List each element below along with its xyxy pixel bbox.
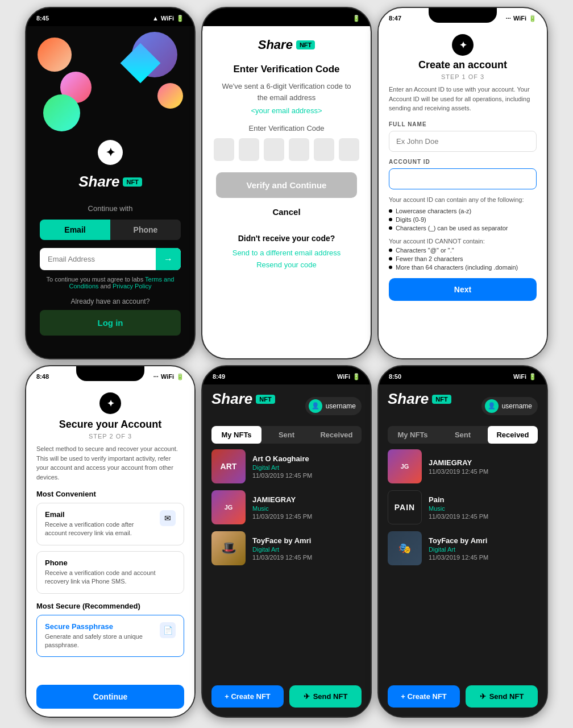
deco-hexagon [43, 94, 80, 131]
create-desc: Enter an Account ID to use with your acc… [389, 85, 537, 113]
auth-tab-row: Email Phone [40, 220, 181, 240]
phone1-content: ✦ Share NFT Continue with Email Phone → [26, 26, 194, 358]
login-button[interactable]: Log in [40, 310, 181, 336]
rules-intro: Your account ID can contain any of the f… [389, 196, 537, 203]
email-input[interactable] [40, 248, 156, 270]
time-2: 8:46 [213, 15, 225, 22]
nft-item-1[interactable]: JG JAMIEGRAY Music 11/03/2019 12:45 PM [211, 490, 362, 524]
code-label: Enter Verification Code [249, 124, 325, 133]
tab-received-6[interactable]: Received [488, 426, 538, 444]
option-phone[interactable]: Phone Receive a verification code and ac… [36, 551, 184, 594]
create-nft-button-6[interactable]: + Create NFT [388, 685, 460, 708]
secure-step: STEP 2 OF 3 [36, 433, 184, 440]
send-nft-button-6[interactable]: ✈ Send NFT [466, 685, 538, 708]
option-email[interactable]: Email Receive a verification code after … [36, 503, 184, 545]
step-indicator: STEP 1 OF 3 [389, 73, 537, 80]
nft-item-r0[interactable]: JG JAMIEGRAY 11/03/2019 12:45 PM [388, 449, 538, 483]
nft-bubbles [26, 26, 194, 163]
email-submit-arrow[interactable]: → [156, 248, 181, 270]
verify-title: Enter Verification Code [233, 64, 339, 75]
code-box-6[interactable] [339, 138, 359, 161]
deco-circle-1 [38, 38, 72, 72]
code-box-2[interactable] [239, 138, 259, 161]
nft-thumb-0: ART [211, 449, 246, 483]
option-email-text: Email Receive a verification code after … [45, 510, 154, 538]
nft-info-1: JAMIEGRAY Music 11/03/2019 12:45 PM [252, 495, 312, 520]
nft-tabs-6: My NFTs Sent Received [388, 426, 538, 444]
status-icons-5: WiFi 🔋 [337, 373, 360, 380]
verify-share-text: Share [258, 38, 293, 52]
status-icons-2: ··· WiFi 🔋 [330, 15, 360, 22]
tab-phone[interactable]: Phone [110, 220, 181, 240]
nft-list-5: ART Art O Kaoghaire Digital Art 11/03/20… [202, 449, 371, 680]
privacy-link[interactable]: Privacy Policy [113, 283, 151, 289]
phone3-logo-icon: ✦ [452, 34, 474, 56]
time-5: 8:49 [213, 373, 225, 380]
tab-my-nfts-6[interactable]: My NFTs [388, 426, 438, 444]
verify-email: <your email address> [251, 106, 322, 115]
cancel-button[interactable]: Cancel [272, 207, 300, 217]
secure-account-screen: ✦ Secure your Account STEP 2 OF 3 Select… [26, 384, 194, 717]
nft-item-2[interactable]: 🎩 ToyFace by Amri Digital Art 11/03/2019… [211, 531, 362, 565]
rules-cannot-title: Your account ID CANNOT contain: [389, 238, 537, 245]
phone-verify: 8:46 ··· WiFi 🔋 Share NFT Enter Verifica… [201, 7, 372, 359]
create-nft-button-5[interactable]: + Create NFT [211, 685, 284, 708]
nft-item-r2[interactable]: 🎭 ToyFace by Amri Digital Art 11/03/2019… [388, 531, 538, 565]
next-button[interactable]: Next [389, 278, 537, 301]
tab-sent-6[interactable]: Sent [438, 426, 488, 444]
nft-badge: NFT [123, 177, 142, 187]
tab-received-5[interactable]: Received [312, 426, 362, 444]
send-nft-button-5[interactable]: ✈ Send NFT [289, 685, 362, 708]
username-5: username [326, 402, 356, 410]
terms-text: To continue you must agree to labs Terms… [40, 276, 181, 289]
phone-secure-account: 8:48 ··· WiFi 🔋 ✦ Secure your Account ST… [25, 365, 196, 718]
phone4-content: ✦ Secure your Account STEP 2 OF 3 Select… [26, 384, 194, 717]
phone-notch-4 [76, 366, 144, 381]
rule-dot [389, 266, 392, 269]
tab-my-nfts-5[interactable]: My NFTs [211, 426, 261, 444]
continue-button[interactable]: Continue [36, 685, 184, 709]
nft-info-0: Art O Kaoghaire Digital Art 11/03/2019 1… [252, 454, 312, 479]
nft-item-r1[interactable]: PAIN Pain Music 11/03/2019 12:45 PM [388, 490, 538, 524]
phone-login: 8:45 ▲ WiFi 🔋 ✦ Sh [25, 7, 196, 359]
code-box-1[interactable] [214, 138, 234, 161]
verify-button[interactable]: Verify and Continue [216, 172, 357, 198]
email-input-row: → [40, 248, 181, 270]
rule-dot [389, 249, 392, 252]
status-icons-3: ··· WiFi 🔋 [506, 15, 537, 22]
phone5-nft-badge: NFT [256, 395, 275, 404]
create-account-screen: ✦ Create an account STEP 1 OF 3 Enter an… [379, 26, 547, 358]
option-passphrase-text: Secure Passphrase Generate and safely st… [45, 622, 154, 650]
status-icons-6: WiFi 🔋 [513, 373, 537, 380]
send-different-link[interactable]: Send to a different email address [232, 249, 341, 257]
time-1: 8:45 [36, 15, 49, 22]
resend-link[interactable]: Resend your code [256, 260, 317, 269]
user-avatar-6[interactable]: 👤 username [481, 397, 538, 415]
rule-dot [389, 209, 392, 213]
phone6-share: Share [388, 390, 429, 408]
full-name-input[interactable] [389, 131, 537, 152]
code-box-3[interactable] [264, 138, 284, 161]
phone5-header: Share NFT 👤 username [202, 384, 371, 426]
nft-info-r0: JAMIEGRAY 11/03/2019 12:45 PM [429, 458, 488, 475]
most-secure-label: Most Secure (Recommended) [36, 602, 184, 610]
username-6: username [502, 402, 532, 410]
account-id-input[interactable] [389, 168, 537, 189]
login-screen: ✦ Share NFT Continue with Email Phone → [26, 26, 194, 358]
phone-notch-3 [429, 8, 497, 23]
option-passphrase[interactable]: Secure Passphrase Generate and safely st… [36, 615, 184, 657]
phone2-content: Share NFT Enter Verification Code We've … [202, 26, 371, 358]
code-box-5[interactable] [314, 138, 334, 161]
nft-item-0[interactable]: ART Art O Kaoghaire Digital Art 11/03/20… [211, 449, 362, 483]
action-btns-5: + Create NFT ✈ Send NFT [202, 680, 371, 717]
create-title: Create an account [389, 59, 537, 71]
tab-sent-5[interactable]: Sent [261, 426, 312, 444]
phone-notch-5 [252, 366, 321, 381]
phone3-content: ✦ Create an account STEP 1 OF 3 Enter an… [379, 26, 547, 358]
nft-list-6: JG JAMIEGRAY 11/03/2019 12:45 PM PAIN [379, 449, 547, 680]
tab-email[interactable]: Email [40, 220, 110, 240]
phone6-header: Share NFT 👤 username [379, 384, 547, 426]
rule-lowercase: Lowercase characters (a-z) [389, 208, 537, 214]
user-avatar-5[interactable]: 👤 username [305, 397, 362, 415]
code-box-4[interactable] [289, 138, 309, 161]
